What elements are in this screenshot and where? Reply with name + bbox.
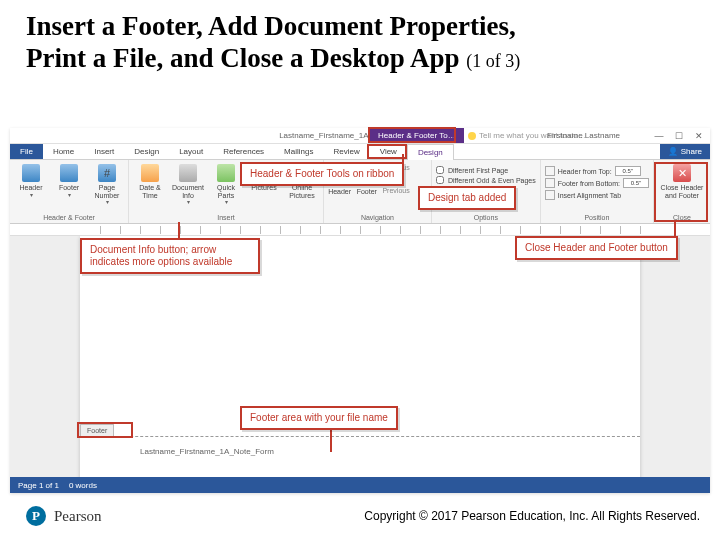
status-bar: Page 1 of 1 0 words: [10, 477, 710, 493]
slide-progress: (1 of 3): [466, 51, 520, 71]
tab-design-main[interactable]: Design: [124, 144, 169, 159]
ribbon-tabs: File Home Insert Design Layout Reference…: [10, 144, 710, 160]
brand-name: Pearson: [54, 508, 102, 525]
callout-ribbon: Header & Footer Tools on ribbon: [240, 162, 404, 186]
close-header-footer-button[interactable]: ✕ Close Header and Footer: [658, 164, 706, 199]
footer-label: Footer: [59, 184, 79, 192]
footer-area[interactable]: Footer Lastname_Firstname_1A_Note_Form: [80, 436, 640, 477]
page-number-button[interactable]: # Page Number ▾: [90, 164, 124, 206]
date-time-label: Date & Time: [133, 184, 167, 199]
brand: P Pearson: [26, 506, 102, 526]
copyright-text: Copyright © 2017 Pearson Education, Inc.…: [364, 509, 700, 523]
title-line1: Insert a Footer, Add Document Properties…: [26, 11, 516, 41]
status-words: 0 words: [69, 481, 97, 490]
header-from-top-input[interactable]: Header from Top: 0.5": [545, 166, 649, 176]
tab-mailings[interactable]: Mailings: [274, 144, 323, 159]
ruler: [10, 224, 710, 236]
document-info-label: Document Info: [171, 184, 205, 199]
quick-parts-icon: [217, 164, 235, 182]
tab-insert[interactable]: Insert: [84, 144, 124, 159]
dropdown-arrow-icon: ▾: [30, 192, 33, 199]
window-titlebar: Lastname_Firstname_1A_Note_Form – Word H…: [10, 128, 710, 144]
minimize-icon[interactable]: —: [652, 131, 666, 141]
slide-title: Insert a Footer, Add Document Properties…: [0, 0, 720, 75]
group-label-close: Close: [658, 214, 706, 221]
tab-home[interactable]: Home: [43, 144, 84, 159]
dropdown-arrow-icon: ▾: [68, 192, 71, 199]
insert-alignment-tab-button[interactable]: Insert Alignment Tab: [545, 190, 649, 200]
tab-review[interactable]: Review: [323, 144, 369, 159]
header-button[interactable]: Header ▾: [14, 164, 48, 198]
footer-text: Lastname_Firstname_1A_Note_Form: [140, 447, 274, 456]
ribbon-group-close: ✕ Close Header and Footer Close: [654, 160, 710, 223]
date-time-button[interactable]: Date & Time: [133, 164, 167, 199]
footer-icon: [60, 164, 78, 182]
status-page: Page 1 of 1: [18, 481, 59, 490]
slide-footer: P Pearson Copyright © 2017 Pearson Educa…: [26, 502, 700, 530]
share-label: Share: [681, 147, 702, 156]
callout-close-button: Close Header and Footer button: [515, 236, 678, 260]
footer-from-bottom-input[interactable]: Footer from Bottom: 0.5": [545, 178, 649, 188]
close-hf-icon: ✕: [673, 164, 691, 182]
window-controls: — ☐ ✕: [652, 131, 706, 141]
tab-references[interactable]: References: [213, 144, 274, 159]
title-line2: Print a File, and Close a Desktop App: [26, 43, 460, 73]
maximize-icon[interactable]: ☐: [672, 131, 686, 141]
dropdown-arrow-icon: ▾: [187, 199, 190, 206]
group-label-hf: Header & Footer: [14, 214, 124, 221]
pearson-logo-icon: P: [26, 506, 46, 526]
lightbulb-icon: [468, 132, 476, 140]
word-window: Lastname_Firstname_1A_Note_Form – Word H…: [10, 128, 710, 493]
header-label: Header: [20, 184, 43, 192]
group-label-position: Position: [545, 214, 649, 221]
page-number-label: Page Number: [90, 184, 124, 199]
quick-parts-button[interactable]: Quick Parts ▾: [209, 164, 243, 206]
header-icon: [22, 164, 40, 182]
callout-footer-area: Footer area with your file name: [240, 406, 398, 430]
online-pictures-label: Online Pictures: [285, 184, 319, 199]
callout-design-tab: Design tab added: [418, 186, 516, 210]
close-icon[interactable]: ✕: [692, 131, 706, 141]
diff-first-page-checkbox[interactable]: Different First Page: [436, 166, 536, 174]
callout-docinfo: Document Info button; arrow indicates mo…: [80, 238, 260, 274]
share-button[interactable]: 👤 Share: [660, 144, 710, 159]
contextual-tab-title: Header & Footer To…: [370, 128, 464, 143]
share-icon: 👤: [668, 147, 678, 156]
calendar-icon: [141, 164, 159, 182]
dropdown-arrow-icon: ▾: [225, 199, 228, 206]
ribbon-group-header-footer: Header ▾ Footer ▾ # Page Number ▾ Header…: [10, 160, 129, 223]
quick-parts-label: Quick Parts: [209, 184, 243, 199]
footer-bottom-icon: [545, 178, 555, 188]
signed-in-user: Firstname Lastname: [547, 131, 620, 140]
tab-layout[interactable]: Layout: [169, 144, 213, 159]
page-number-icon: #: [98, 164, 116, 182]
document-info-button[interactable]: Document Info ▾: [171, 164, 205, 206]
tab-design-contextual[interactable]: Design: [407, 144, 454, 160]
ribbon-group-position: Header from Top: 0.5" Footer from Bottom…: [541, 160, 654, 223]
alignment-tab-icon: [545, 190, 555, 200]
footer-button[interactable]: Footer ▾: [52, 164, 86, 198]
group-label-options: Options: [436, 214, 536, 221]
tab-file[interactable]: File: [10, 144, 43, 159]
group-label-insert: Insert: [133, 214, 319, 221]
slide-heading: Insert a Footer, Add Document Properties…: [26, 10, 694, 75]
close-hf-label: Close Header and Footer: [658, 184, 706, 199]
dropdown-arrow-icon: ▾: [106, 199, 109, 206]
header-top-icon: [545, 166, 555, 176]
document-info-icon: [179, 164, 197, 182]
footer-tab-label: Footer: [80, 424, 114, 436]
diff-odd-even-checkbox[interactable]: Different Odd & Even Pages: [436, 176, 536, 184]
group-label-navigation: Navigation: [328, 214, 427, 221]
